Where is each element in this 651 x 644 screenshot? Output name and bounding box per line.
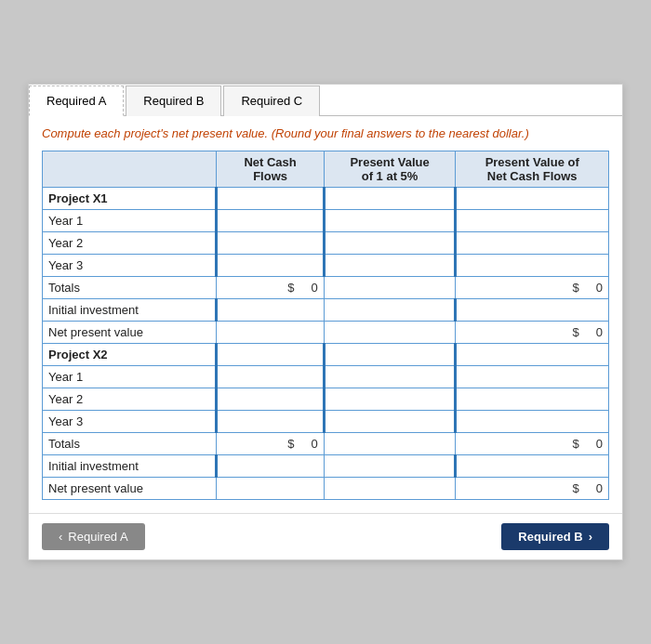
tab-required-b[interactable]: Required B	[126, 85, 221, 116]
prev-button-label: Required A	[68, 530, 127, 544]
cell-x2-year1-pvncf[interactable]	[456, 365, 609, 388]
table-row: Year 1	[43, 365, 609, 388]
cell-x2-init-pvncf[interactable]	[456, 454, 609, 477]
row-label-x1-init-invest: Initial investment	[43, 298, 217, 321]
cell-x1-init-pv1	[324, 298, 456, 321]
table-row: Net present value $ 0	[43, 321, 609, 343]
cell-x1-net-cash-header[interactable]	[217, 187, 324, 209]
cell-x1-year1-pv1[interactable]	[324, 209, 456, 231]
row-label-x2-year3: Year 3	[43, 410, 217, 432]
col-header-label	[43, 151, 217, 187]
npv-table: Net CashFlows Present Valueof 1 at 5% Pr…	[42, 151, 609, 500]
tab-label-c: Required C	[241, 94, 302, 108]
row-label-x1-year1: Year 1	[43, 209, 217, 231]
table-row: Totals $ 0 $ 0	[43, 432, 609, 454]
table-row: Initial investment	[43, 454, 609, 477]
dollar-sign: $	[572, 437, 578, 451]
cell-x2-totals-net: $ 0	[217, 432, 324, 454]
cell-x1-totals-net: $ 0	[217, 276, 324, 298]
row-label-x1-year2: Year 2	[43, 231, 217, 254]
instruction-note: (Round your final answers to the nearest…	[272, 126, 529, 140]
table-header-row: Net CashFlows Present Valueof 1 at 5% Pr…	[43, 151, 609, 187]
col-header-pv1: Present Valueof 1 at 5%	[324, 151, 456, 187]
chevron-right-icon: ›	[589, 530, 592, 544]
tab-label-b: Required B	[143, 94, 204, 108]
cell-x1-year2-pv1[interactable]	[324, 231, 456, 254]
cell-x1-year2-net[interactable]	[217, 231, 324, 254]
cell-x1-year1-pvncf[interactable]	[456, 209, 609, 231]
row-label-projectx1: Project X1	[43, 187, 217, 209]
dollar-sign: $	[572, 281, 578, 295]
next-button[interactable]: Required B ›	[501, 523, 609, 550]
cell-x2-year1-pv1[interactable]	[324, 365, 456, 388]
cell-x2-year2-pv1[interactable]	[324, 388, 456, 410]
table-row: Project X2	[43, 343, 609, 365]
cell-x1-totals-pvncf: $ 0	[456, 276, 609, 298]
tab-bar: Required A Required B Required C	[29, 85, 622, 116]
table-row: Project X1	[43, 187, 609, 209]
cell-x1-npv-net	[217, 321, 324, 343]
row-label-x1-totals: Totals	[43, 276, 217, 298]
cell-x1-year3-pvncf[interactable]	[456, 254, 609, 276]
cell-x1-pvncf-header[interactable]	[456, 187, 609, 209]
cell-x2-init-net[interactable]	[217, 454, 324, 477]
row-label-x2-npv: Net present value	[43, 477, 217, 499]
cell-x2-totals-pv1	[324, 432, 456, 454]
tab-required-c[interactable]: Required C	[223, 85, 320, 116]
cell-x1-year3-net[interactable]	[217, 254, 324, 276]
cell-x2-npv-pv1	[324, 477, 456, 499]
cell-x1-pv1-header[interactable]	[324, 187, 456, 209]
cell-x2-year2-net[interactable]	[217, 388, 324, 410]
row-label-x1-year3: Year 3	[43, 254, 217, 276]
cell-x2-year3-pv1[interactable]	[324, 410, 456, 432]
next-button-label: Required B	[518, 530, 582, 544]
cell-x1-totals-pv1	[324, 276, 456, 298]
table-row: Year 3	[43, 410, 609, 432]
cell-x1-year2-pvncf[interactable]	[456, 231, 609, 254]
cell-x2-init-pv1	[324, 454, 456, 477]
table-row: Year 3	[43, 254, 609, 276]
instruction-text: Compute each project's net present value…	[29, 116, 622, 150]
cell-x1-year1-net[interactable]	[217, 209, 324, 231]
cell-x1-year3-pv1[interactable]	[324, 254, 456, 276]
table-row: Totals $ 0 $ 0	[43, 276, 609, 298]
dollar-sign: $	[287, 281, 294, 295]
col-header-net-cash: Net CashFlows	[217, 151, 324, 187]
col-header-pvncf: Present Value ofNet Cash Flows	[456, 151, 609, 187]
cell-x2-pv1-header[interactable]	[324, 343, 456, 365]
cell-x2-npv-pvncf: $ 0	[456, 477, 609, 499]
cell-x1-npv-pv1	[324, 321, 456, 343]
row-label-x2-init-invest: Initial investment	[43, 454, 217, 477]
cell-x2-pvncf-header[interactable]	[456, 343, 609, 365]
table-row: Year 1	[43, 209, 609, 231]
cell-x2-net-header[interactable]	[217, 343, 324, 365]
dollar-sign: $	[572, 481, 578, 495]
cell-x1-init-pvncf[interactable]	[456, 298, 609, 321]
row-label-x1-npv: Net present value	[43, 321, 217, 343]
main-container: Required A Required B Required C Compute…	[28, 84, 623, 559]
chevron-left-icon: ‹	[59, 530, 62, 544]
cell-x2-npv-net	[217, 477, 324, 499]
instruction-main: Compute each project's net present value…	[42, 126, 268, 140]
tab-label-a: Required A	[46, 94, 106, 108]
dollar-sign: $	[287, 437, 294, 451]
table-row: Initial investment	[43, 298, 609, 321]
cell-x1-npv-pvncf: $ 0	[456, 321, 609, 343]
cell-x2-year2-pvncf[interactable]	[456, 388, 609, 410]
cell-x1-init-net[interactable]	[217, 298, 324, 321]
table-row: Year 2	[43, 388, 609, 410]
row-label-projectx2: Project X2	[43, 343, 217, 365]
cell-x2-year3-pvncf[interactable]	[456, 410, 609, 432]
prev-button[interactable]: ‹ Required A	[42, 523, 145, 550]
row-label-x2-year2: Year 2	[43, 388, 217, 410]
cell-x2-year1-net[interactable]	[217, 365, 324, 388]
cell-x2-totals-pvncf: $ 0	[456, 432, 609, 454]
table-row: Year 2	[43, 231, 609, 254]
dollar-sign: $	[572, 325, 578, 339]
cell-x2-year3-net[interactable]	[217, 410, 324, 432]
row-label-x2-totals: Totals	[43, 432, 217, 454]
table-row: Net present value $ 0	[43, 477, 609, 499]
table-wrapper: Net CashFlows Present Valueof 1 at 5% Pr…	[29, 151, 622, 513]
row-label-x2-year1: Year 1	[43, 365, 217, 388]
tab-required-a[interactable]: Required A	[29, 85, 124, 116]
